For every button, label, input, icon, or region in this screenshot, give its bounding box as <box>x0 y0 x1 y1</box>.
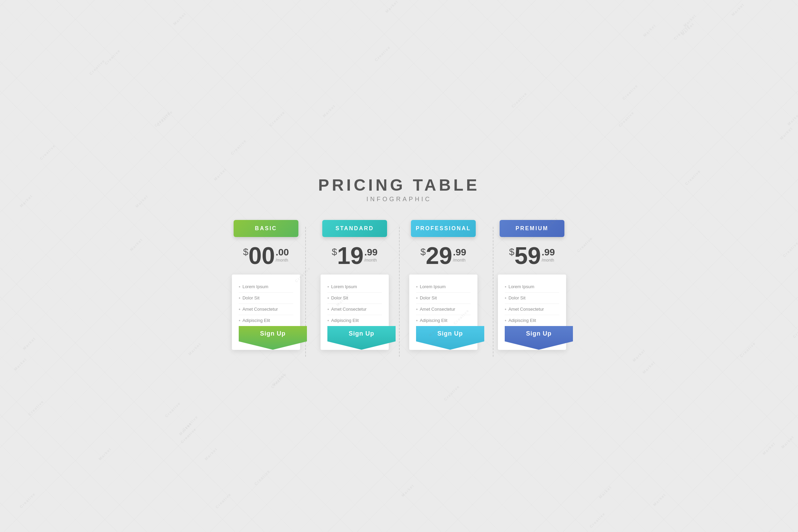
plan-price-premium: $ 59 .99 /month <box>509 244 555 268</box>
plan-price-basic: $ 00 .00 /month <box>243 244 289 268</box>
list-item: Amet Consectetur <box>327 304 382 315</box>
plan-card-professional: Lorem IpsumDolor SitAmet ConsecteturAdip… <box>409 275 477 350</box>
price-decimal-basic: .00 <box>276 247 289 258</box>
list-item: Adipiscing Elit <box>416 315 471 326</box>
list-item: Dolor Sit <box>327 293 382 304</box>
list-item: Adipiscing Elit <box>505 315 559 326</box>
price-period-standard: /month <box>364 258 378 263</box>
signup-button-professional[interactable]: Sign Up <box>416 326 484 350</box>
list-item: Amet Consectetur <box>239 304 293 315</box>
features-list-professional: Lorem IpsumDolor SitAmet ConsecteturAdip… <box>416 281 471 326</box>
features-list-standard: Lorem IpsumDolor SitAmet ConsecteturAdip… <box>327 281 382 326</box>
price-dollar-professional: $ <box>420 247 426 257</box>
plan-name-basic: BASIC <box>234 220 298 237</box>
list-item: Lorem Ipsum <box>505 281 559 293</box>
price-main-professional: 29 <box>426 244 452 268</box>
plan-card-premium: Lorem IpsumDolor SitAmet ConsecteturAdip… <box>498 275 566 350</box>
plan-name-premium: PREMIUM <box>500 220 564 237</box>
plan-standard: STANDARD $ 19 .99 /month Lorem IpsumDolo… <box>310 220 399 357</box>
list-item: Amet Consectetur <box>416 304 471 315</box>
plan-name-standard: STANDARD <box>322 220 387 237</box>
price-dollar-basic: $ <box>243 247 249 257</box>
plan-price-standard: $ 19 .99 /month <box>332 244 378 268</box>
price-decimal-professional: .99 <box>453 247 466 258</box>
plan-name-professional: PROFESSIONAL <box>411 220 476 237</box>
page-title: PRICING TABLE <box>211 176 587 194</box>
list-item: Dolor Sit <box>239 293 293 304</box>
list-item: Lorem Ipsum <box>327 281 382 293</box>
plan-card-standard: Lorem IpsumDolor SitAmet ConsecteturAdip… <box>321 275 389 350</box>
list-item: Lorem Ipsum <box>416 281 471 293</box>
price-period-basic: /month <box>276 258 289 263</box>
price-decimal-container-professional: .99 /month <box>453 247 466 263</box>
price-main-basic: 00 <box>248 244 275 268</box>
price-decimal-container-standard: .99 /month <box>364 247 378 263</box>
price-dollar-premium: $ <box>509 247 515 257</box>
list-item: Lorem Ipsum <box>239 281 293 293</box>
features-list-basic: Lorem IpsumDolor SitAmet ConsecteturAdip… <box>239 281 293 326</box>
plan-price-professional: $ 29 .99 /month <box>420 244 466 268</box>
price-dollar-standard: $ <box>332 247 337 257</box>
page-subtitle: INFOGRAPHIC <box>211 196 587 203</box>
price-main-premium: 59 <box>514 244 541 268</box>
plan-professional: PROFESSIONAL $ 29 .99 /month Lorem Ipsum… <box>399 220 488 357</box>
price-period-premium: /month <box>542 258 555 263</box>
plan-basic: BASIC $ 00 .00 /month Lorem IpsumDolor S… <box>222 220 310 357</box>
page-header: PRICING TABLE INFOGRAPHIC <box>211 176 587 203</box>
price-decimal-premium: .99 <box>542 247 555 258</box>
features-list-premium: Lorem IpsumDolor SitAmet ConsecteturAdip… <box>505 281 559 326</box>
list-item: Adipiscing Elit <box>327 315 382 326</box>
plans-container: BASIC $ 00 .00 /month Lorem IpsumDolor S… <box>211 220 587 357</box>
list-item: Adipiscing Elit <box>239 315 293 326</box>
list-item: Amet Consectetur <box>505 304 559 315</box>
signup-button-standard[interactable]: Sign Up <box>327 326 396 350</box>
price-decimal-container-premium: .99 /month <box>542 247 555 263</box>
signup-button-premium[interactable]: Sign Up <box>505 326 573 350</box>
price-main-standard: 19 <box>337 244 364 268</box>
signup-button-basic[interactable]: Sign Up <box>239 326 307 350</box>
list-item: Dolor Sit <box>505 293 559 304</box>
price-period-professional: /month <box>453 258 466 263</box>
plan-premium: PREMIUM $ 59 .99 /month Lorem IpsumDolor… <box>488 220 576 357</box>
list-item: Dolor Sit <box>416 293 471 304</box>
plan-card-basic: Lorem IpsumDolor SitAmet ConsecteturAdip… <box>232 275 300 350</box>
page-container: PRICING TABLE INFOGRAPHIC BASIC $ 00 .00… <box>211 176 587 357</box>
price-decimal-container-basic: .00 /month <box>276 247 289 263</box>
price-decimal-standard: .99 <box>364 247 378 258</box>
